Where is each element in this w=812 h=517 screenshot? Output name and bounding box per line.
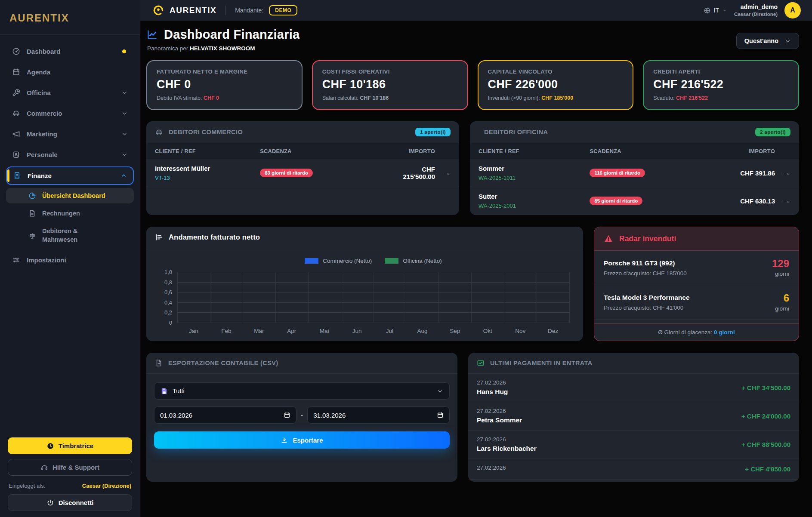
chevron-down-icon — [121, 151, 128, 158]
megaphone-icon — [12, 130, 20, 138]
sidebar-item-finanze[interactable]: Finanze — [6, 166, 134, 185]
username: admin_demo — [734, 3, 778, 11]
scale-icon — [28, 232, 36, 240]
revenue-chart-panel: Andamento fatturato netto Commercio (Net… — [146, 227, 583, 341]
table-header: CLIENTE / REF SCADENZA IMPORTO — [146, 143, 459, 159]
globe-icon — [704, 7, 711, 14]
table-header: CLIENTE / REF SCADENZA IMPORTO — [470, 143, 799, 159]
legend-swatch — [305, 258, 318, 264]
sidebar-item-uebersicht-dashboard[interactable]: Übersicht Dashboard — [6, 188, 134, 203]
gauge-icon — [12, 47, 20, 55]
sidebar-item-impostazioni[interactable]: Impostazioni — [6, 251, 134, 269]
mandante-demo-badge[interactable]: DEMO — [269, 5, 297, 15]
chart-x-axis: JanFebMärAprMaiJunJulAugSepOktNovDez — [177, 328, 569, 334]
arrow-right-icon[interactable]: → — [775, 168, 790, 178]
disconnetti-button[interactable]: Disconnetti — [8, 494, 132, 511]
sidebar-item-agenda[interactable]: Agenda — [6, 63, 134, 81]
legend-swatch — [385, 258, 398, 264]
warning-icon — [604, 234, 613, 243]
kpi-row: FATTURATO NETTO E MARGINE CHF 0 Debito I… — [146, 60, 799, 110]
divider — [225, 6, 226, 15]
payments-panel: ULTIMI PAGAMENTI IN ENTRATA 27.02.2026 H… — [468, 353, 799, 482]
sidebar-footer: Timbratrice Hilfe & Support Eingeloggt a… — [0, 432, 140, 517]
hilfe-support-button[interactable]: Hilfe & Support — [8, 459, 132, 476]
sidebar-nav: Dashboard Agenda Officina Commercio Mark… — [0, 35, 140, 432]
sidebar-logo: AURENTIX — [0, 0, 140, 35]
download-icon — [281, 437, 288, 444]
calendar-icon — [12, 68, 20, 76]
mandante-label: Mandante: — [235, 7, 263, 14]
kpi-card-costi-fissi: COSTI FISSI OPERATIVI CHF 10'186 Salari … — [312, 60, 468, 110]
calendar-icon — [284, 412, 290, 419]
delay-badge: 85 giorni di ritardo — [590, 197, 642, 205]
export-button[interactable]: Esportare — [154, 431, 450, 449]
sidebar-item-officina[interactable]: Officina — [6, 84, 134, 102]
date-from-input[interactable]: 01.03.2026 — [154, 406, 296, 424]
legend-entry: Commercio (Netto) — [305, 258, 372, 264]
payment-row: 27.02.2026 Lars Rickenbacher + CHF 88'50… — [468, 431, 799, 459]
arrow-right-icon[interactable]: → — [435, 168, 451, 178]
days-in-stock: 129 — [772, 258, 789, 269]
debitori-commercio-panel: DEBITORI COMMERCIO 1 aperto(i) CLIENTE /… — [146, 121, 459, 215]
table-row: Sutter WA-2025-2001 85 giorni di ritardo… — [470, 187, 799, 215]
chevron-up-icon — [120, 172, 127, 179]
car-icon — [12, 109, 20, 117]
sidebar-item-dashboard[interactable]: Dashboard — [6, 43, 134, 60]
clock-icon — [46, 442, 54, 450]
legend-entry: Officina (Netto) — [385, 258, 442, 264]
language-selector[interactable]: IT — [704, 7, 727, 14]
open-count-badge: 2 aperto(i) — [755, 128, 790, 136]
arrow-right-icon[interactable]: → — [775, 196, 790, 206]
sidebar-item-debitoren-mahnwesen[interactable]: Debitoren & Mahnwesen — [6, 223, 134, 248]
kpi-card-capitale-vincolato: CAPITALE VINCOLATO CHF 226'000 Invenduti… — [478, 60, 634, 110]
payment-row: 27.02.2026 + CHF 4'850.00 — [468, 459, 799, 480]
chart-plot: 1,00,80,60,40,20 — [177, 272, 569, 323]
kpi-card-fatturato: FATTURATO NETTO E MARGINE CHF 0 Debito I… — [146, 60, 303, 110]
topbar: AURENTIX Mandante: DEMO IT admin_demo Ca… — [140, 0, 812, 21]
sidebar-item-rechnungen[interactable]: Rechnungen — [6, 206, 134, 221]
dashboard-content: Dashboard Finanziaria Panoramica per HEL… — [140, 21, 812, 517]
kpi-card-crediti-aperti: CREDITI APERTI CHF 216'522 Scaduto: CHF … — [643, 60, 799, 110]
chevron-down-icon — [121, 89, 128, 96]
table-row: Interessent Müller VT-13 83 giorni di ri… — [146, 159, 459, 187]
sidebar-item-commercio[interactable]: Commercio — [6, 105, 134, 122]
chart-area: Commercio (Netto)Officina (Netto) 1,00,8… — [146, 248, 583, 341]
page-subtitle: Panoramica per HELVATIX SHOWROOM — [147, 45, 299, 52]
date-to-input[interactable]: 31.03.2026 — [307, 406, 450, 424]
radar-item: Porsche 911 GT3 (992) Prezzo d'acquisto:… — [594, 251, 799, 285]
finanze-submenu: Übersicht Dashboard Rechnungen Debitoren… — [6, 188, 134, 248]
chevron-down-icon — [121, 131, 128, 137]
export-scope-select[interactable]: Tutti — [154, 382, 450, 400]
logged-in-user: Caesar (Direzione) — [82, 483, 131, 489]
invoice-icon — [13, 172, 21, 180]
headset-icon — [40, 464, 48, 471]
bar-chart-icon — [155, 233, 163, 241]
sidebar: AURENTIX Dashboard Agenda Officina Comme… — [0, 0, 140, 517]
main-area: AURENTIX Mandante: DEMO IT admin_demo Ca… — [140, 0, 812, 517]
file-text-icon — [28, 209, 36, 217]
radar-invenduti-panel: Radar invenduti Porsche 911 GT3 (992) Pr… — [594, 227, 799, 341]
chevron-down-icon — [121, 110, 128, 117]
logged-in-as: Eingeloggt als: Caesar (Direzione) — [9, 483, 131, 489]
chevron-down-icon — [722, 8, 727, 13]
money-chart-icon — [477, 359, 485, 367]
period-selector[interactable]: Quest'anno — [736, 33, 799, 49]
debitori-officina-panel: DEBITORI OFFICINA 2 aperto(i) CLIENTE / … — [470, 121, 799, 215]
brand-logo-icon — [153, 5, 164, 16]
payment-row: 27.02.2026 Hans Hug + CHF 34'500.00 — [468, 374, 799, 402]
wrench-icon — [12, 89, 20, 97]
sidebar-item-personale[interactable]: Personale — [6, 146, 134, 163]
export-csv-panel: ESPORTAZIONE CONTABILE (CSV) Tutti 01.03… — [146, 353, 457, 482]
avatar[interactable]: A — [784, 2, 801, 18]
car-icon — [155, 128, 163, 136]
pie-chart-icon — [28, 192, 36, 200]
open-count-badge: 1 aperto(i) — [415, 128, 451, 136]
power-icon — [46, 499, 54, 507]
file-export-icon — [155, 359, 163, 367]
sidebar-item-marketing[interactable]: Marketing — [6, 125, 134, 143]
notification-dot — [122, 49, 126, 53]
timbratrice-button[interactable]: Timbratrice — [8, 437, 132, 454]
chevron-down-icon — [437, 388, 443, 394]
user-role: Caesar (Direzione) — [734, 11, 778, 17]
delay-badge: 116 giorni di ritardo — [590, 169, 645, 177]
